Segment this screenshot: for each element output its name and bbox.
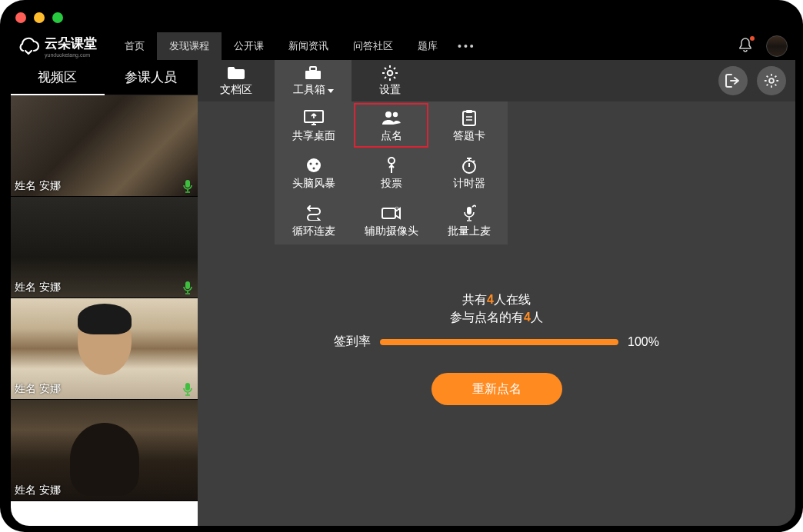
brainstorm-icon (305, 156, 322, 175)
tool-batch-mic[interactable]: 批量上麦 (430, 197, 508, 244)
tab-video-zone[interactable]: 视频区 (11, 60, 105, 95)
tab-settings[interactable]: 设置 (352, 60, 428, 101)
nav-more-icon[interactable]: ••• (450, 40, 484, 52)
brand-logo[interactable]: 云朵课堂 yunduoketang.com (18, 35, 97, 58)
tool-aux-camera[interactable]: 辅助摄像头 (352, 197, 430, 244)
svg-rect-2 (185, 383, 190, 391)
tool-loop-mic[interactable]: 循环连麦 (275, 197, 352, 244)
tab-toolbox[interactable]: 工具箱 (275, 60, 352, 101)
attendance-rate-row: 签到率 100% (198, 334, 795, 350)
tool-label: 计时器 (453, 177, 485, 191)
svg-point-14 (315, 162, 318, 165)
clipboard-icon (461, 108, 477, 127)
maximize-window-button[interactable] (52, 12, 63, 23)
rate-label: 签到率 (334, 334, 371, 350)
folder-icon (227, 65, 245, 81)
settings-button[interactable] (757, 66, 786, 95)
participant-name: 姓名 安娜 (15, 484, 61, 497)
person-silhouette (78, 310, 132, 375)
svg-rect-4 (310, 67, 316, 71)
tool-brainstorm[interactable]: 头脑风暴 (275, 149, 352, 197)
svg-point-9 (392, 111, 397, 116)
rollcall-again-button[interactable]: 重新点名 (431, 373, 562, 405)
online-count: 4 (487, 293, 494, 306)
tool-roll-call[interactable]: 点名 (352, 101, 430, 149)
tool-label: 辅助摄像头 (365, 224, 418, 238)
left-tabs: 视频区 参课人员 (11, 60, 198, 95)
svg-point-16 (388, 158, 395, 164)
tab-settings-label: 设置 (379, 83, 401, 97)
cloud-icon (18, 37, 40, 55)
tool-label: 答题卡 (453, 129, 485, 143)
tool-vote[interactable]: 投票 (352, 149, 430, 197)
rate-value: 100% (628, 335, 659, 349)
tab-documents[interactable]: 文档区 (198, 60, 275, 101)
tool-timer[interactable]: 计时器 (430, 149, 508, 197)
svg-point-6 (769, 78, 774, 83)
tool-label: 投票 (381, 177, 402, 191)
svg-point-8 (385, 111, 392, 118)
window-controls (15, 12, 63, 23)
main-toolbar: 文档区 工具箱 设置 (198, 60, 795, 101)
top-nav: 云朵课堂 yunduoketang.com 首页 发现课程 公开课 新闻资讯 问… (11, 32, 795, 60)
video-tile-empty[interactable] (11, 501, 198, 526)
video-tile[interactable]: 姓名 安娜 (11, 400, 198, 501)
minimize-window-button[interactable] (34, 12, 45, 23)
nav-qa[interactable]: 问答社区 (341, 32, 405, 60)
nav-home[interactable]: 首页 (112, 32, 157, 60)
video-list: 姓名 安娜 姓名 安娜 姓名 安娜 (11, 95, 198, 526)
close-window-button[interactable] (15, 12, 26, 23)
mic-up-icon (462, 204, 476, 222)
tool-share-screen[interactable]: 共享桌面 (275, 101, 352, 149)
gear-icon (764, 73, 779, 88)
mic-icon[interactable] (182, 382, 193, 396)
app-window: 云朵课堂 yunduoketang.com 首页 发现课程 公开课 新闻资讯 问… (0, 0, 803, 532)
content-body: 视频区 参课人员 姓名 安娜 姓名 安娜 (11, 60, 795, 526)
rate-progress-bar (380, 339, 618, 345)
svg-rect-18 (382, 208, 395, 218)
nav-bank[interactable]: 题库 (405, 32, 450, 60)
brand-name: 云朵课堂 (45, 36, 97, 51)
tool-answer-card[interactable]: 答题卡 (430, 101, 508, 149)
camera-icon (382, 204, 402, 222)
brand-sub: yunduoketang.com (45, 52, 97, 58)
participant-name: 姓名 安娜 (15, 179, 61, 193)
online-count-line: 共有4人在线 (198, 292, 795, 308)
svg-rect-10 (463, 111, 475, 125)
people-icon (382, 108, 402, 127)
video-tile[interactable]: 姓名 安娜 (11, 95, 198, 197)
gear-icon (382, 65, 398, 81)
exit-button[interactable] (718, 66, 748, 95)
loop-icon (305, 204, 323, 222)
tool-label: 批量上麦 (448, 224, 491, 238)
video-tile[interactable]: 姓名 安娜 (11, 298, 198, 400)
svg-rect-11 (466, 110, 472, 113)
mic-icon[interactable] (182, 179, 193, 193)
toolbar-right (718, 66, 795, 95)
notifications-button[interactable] (738, 38, 752, 55)
toolbox-dropdown: 共享桌面 点名 答题卡 头脑风暴 (275, 101, 508, 244)
tool-label: 点名 (381, 129, 402, 143)
toolbox-icon (304, 65, 322, 81)
svg-point-13 (309, 162, 312, 165)
video-tile[interactable]: 姓名 安娜 (11, 197, 198, 298)
nav-public[interactable]: 公开课 (222, 32, 276, 60)
mic-icon[interactable] (182, 281, 193, 294)
participant-name: 姓名 安娜 (15, 281, 61, 294)
svg-rect-3 (305, 71, 321, 79)
share-screen-icon (304, 108, 324, 127)
tool-label: 循环连麦 (292, 224, 335, 238)
vote-icon (384, 156, 399, 175)
participated-count-line: 参与点名的有4人 (198, 310, 795, 326)
person-silhouette (70, 423, 139, 496)
rollcall-panel: 共有4人在线 参与点名的有4人 签到率 100% 重新点名 (198, 291, 795, 405)
user-avatar[interactable] (766, 35, 788, 57)
timer-icon (461, 156, 478, 175)
svg-point-12 (307, 158, 321, 172)
svg-rect-1 (185, 281, 190, 289)
nav-discover[interactable]: 发现课程 (157, 32, 222, 60)
tool-label: 头脑风暴 (292, 177, 335, 191)
nav-news[interactable]: 新闻资讯 (276, 32, 341, 60)
tab-attendees[interactable]: 参课人员 (105, 60, 198, 95)
chevron-down-icon (328, 89, 334, 93)
